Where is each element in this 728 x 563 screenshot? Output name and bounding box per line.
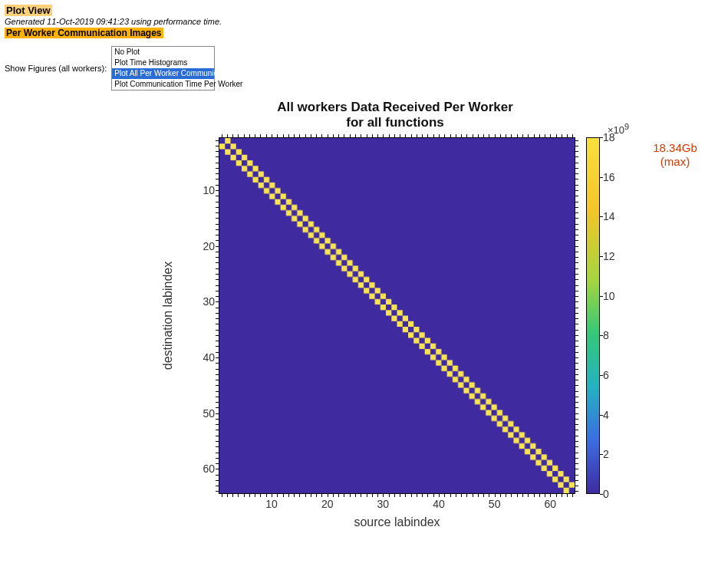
colorbar-tick: 6 bbox=[603, 369, 609, 381]
show-figures-option[interactable]: No Plot bbox=[112, 47, 214, 58]
x-axis-label: source labindex bbox=[219, 515, 575, 529]
colorbar-tick: 0 bbox=[603, 488, 609, 500]
show-figures-listbox[interactable]: No PlotPlot Time HistogramsPlot All Per … bbox=[111, 46, 215, 91]
show-figures-option[interactable]: Plot Communication Time Per Worker bbox=[112, 79, 214, 90]
page-title: Plot View bbox=[5, 5, 52, 16]
y-tick: 10 bbox=[196, 184, 215, 196]
x-tick: 50 bbox=[483, 498, 506, 510]
colorbar-tick: 2 bbox=[603, 448, 609, 460]
colorbar-tick: 12 bbox=[603, 250, 615, 262]
section-title: Per Worker Communication Images bbox=[5, 28, 163, 38]
generated-line: Generated 11-Oct-2019 09:41:23 using per… bbox=[5, 17, 222, 26]
chart-area: All workers Data Received Per Worker for… bbox=[0, 95, 728, 548]
colorbar-tick: 10 bbox=[603, 290, 615, 302]
x-tick: 60 bbox=[539, 498, 562, 510]
colorbar-tick: 8 bbox=[603, 329, 609, 341]
y-tick: 60 bbox=[196, 463, 215, 475]
max-annotation: 18.34Gb (max) bbox=[644, 141, 706, 169]
show-figures-option[interactable]: Plot Time Histograms bbox=[112, 58, 214, 68]
chart-title: All workers Data Received Per Worker for… bbox=[215, 100, 575, 130]
x-tick: 10 bbox=[260, 498, 283, 510]
x-tick: 30 bbox=[371, 498, 394, 510]
colorbar-tick: 16 bbox=[603, 171, 615, 183]
show-figures-label: Show Figures (all workers): bbox=[5, 64, 107, 73]
y-tick: 40 bbox=[196, 351, 215, 364]
colorbar-tick: 4 bbox=[603, 409, 609, 421]
y-tick: 50 bbox=[196, 407, 215, 420]
colorbar-tick: 18 bbox=[603, 131, 615, 143]
show-figures-option[interactable]: Plot All Per Worker Communication bbox=[112, 68, 214, 79]
colorbar-tick: 14 bbox=[603, 210, 615, 222]
y-tick: 30 bbox=[196, 295, 215, 308]
colorbar bbox=[586, 137, 600, 494]
y-tick: 20 bbox=[196, 240, 215, 252]
heatmap bbox=[219, 137, 575, 494]
x-tick: 40 bbox=[427, 498, 450, 510]
x-tick: 20 bbox=[316, 498, 339, 510]
y-axis-label: destination labindex bbox=[161, 137, 175, 494]
